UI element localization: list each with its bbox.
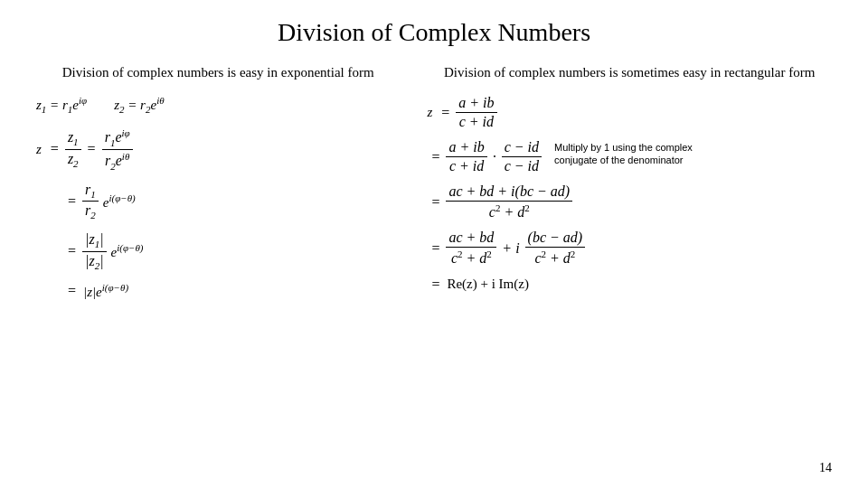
- right-eq-row3: = ac + bd + i(bc − ad) c2 + d2: [427, 183, 832, 221]
- multiply-note: Multiply by 1 using the complex conjugat…: [554, 141, 717, 167]
- left-eq-row5: = |z|ei(φ−θ): [36, 282, 400, 300]
- right-eq-row2: = a + ib c + id · c − id c − id Multiply…: [427, 139, 832, 174]
- page-number: 14: [819, 461, 832, 475]
- left-eq-row2: z = z1 z2 = r1eiφ r2eiθ: [36, 127, 400, 171]
- left-eq-row3: = r1 r2 ei(φ−θ): [36, 182, 400, 221]
- left-header: Division of complex numbers is easy in e…: [36, 63, 400, 82]
- right-header: Division of complex numbers is sometimes…: [427, 63, 832, 82]
- left-eq-row4: = |z1| |z2| ei(φ−θ): [36, 231, 400, 270]
- right-eq-row5: = Re(z) + i Im(z): [427, 277, 832, 293]
- page-title: Division of Complex Numbers: [36, 18, 832, 47]
- left-eq-row1: z1 = r1eiφ z2 = r2eiθ: [36, 95, 400, 115]
- right-eq-row4: = ac + bd c2 + d2 + i (bc − ad) c2 + d2: [427, 230, 832, 267]
- right-eq-row1: z = a + ib c + id: [427, 95, 832, 130]
